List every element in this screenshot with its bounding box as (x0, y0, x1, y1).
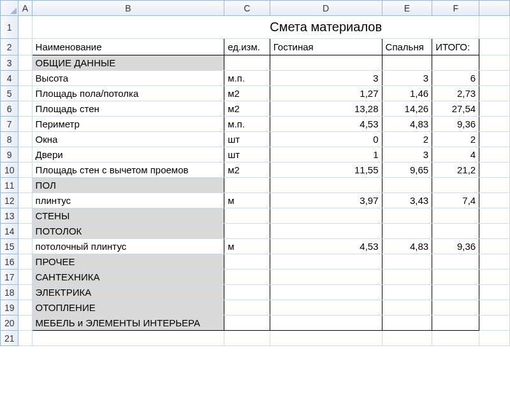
cell-G20[interactable] (479, 315, 510, 331)
cell-D2[interactable]: Гостиная (270, 39, 382, 55)
cell-C3[interactable] (224, 55, 270, 71)
cell-E5[interactable]: 1,46 (382, 86, 432, 101)
cell-F18[interactable] (432, 285, 479, 300)
select-all-corner[interactable] (1, 1, 18, 16)
cell-B15[interactable]: потолочный плинтус (32, 239, 224, 254)
cell-B13[interactable]: СТЕНЫ (32, 208, 224, 224)
cell-D16[interactable] (270, 254, 382, 270)
cell-F16[interactable] (432, 254, 479, 270)
cell-B4[interactable]: Высота (32, 71, 224, 86)
cell-F13[interactable] (432, 208, 479, 224)
cell-A18[interactable] (18, 285, 32, 300)
cell-A10[interactable] (18, 163, 32, 178)
cell-C14[interactable] (224, 224, 270, 239)
cell-C5[interactable]: м2 (224, 86, 270, 101)
cell-B1[interactable] (32, 16, 224, 39)
cell-D18[interactable] (270, 285, 382, 300)
cell-A2[interactable] (18, 39, 32, 55)
cell-F10[interactable]: 21,2 (432, 163, 479, 178)
cell-E19[interactable] (382, 300, 432, 315)
cell-G2[interactable] (479, 39, 510, 55)
cell-D15[interactable]: 4,53 (270, 239, 382, 254)
cell-C15[interactable]: м (224, 239, 270, 254)
cell-C1-title[interactable] (224, 16, 270, 39)
cell-E14[interactable] (382, 224, 432, 239)
cell-F7[interactable]: 9,36 (432, 117, 479, 132)
cell-G3[interactable] (479, 55, 510, 71)
row-header-1[interactable]: 1 (1, 16, 18, 39)
cell-F5[interactable]: 2,73 (432, 86, 479, 101)
cell-G21[interactable] (479, 331, 510, 346)
cell-D9[interactable]: 1 (270, 147, 382, 163)
cell-A11[interactable] (18, 178, 32, 193)
cell-B16[interactable]: ПРОЧЕЕ (32, 254, 224, 270)
cell-D7[interactable]: 4,53 (270, 117, 382, 132)
cell-C9[interactable]: шт (224, 147, 270, 163)
row-header-9[interactable]: 9 (1, 147, 18, 163)
cell-D19[interactable] (270, 300, 382, 315)
cell-E4[interactable]: 3 (382, 71, 432, 86)
cell-C11[interactable] (224, 178, 270, 193)
col-header-F[interactable]: F (432, 1, 479, 16)
row-header-15[interactable]: 15 (1, 239, 18, 254)
cell-D21[interactable] (270, 331, 382, 346)
cell-F14[interactable] (432, 224, 479, 239)
cell-C16[interactable] (224, 254, 270, 270)
col-header-extra[interactable] (479, 1, 510, 16)
cell-D12[interactable]: 3,97 (270, 193, 382, 208)
cell-F2[interactable]: ИТОГО: (432, 39, 479, 55)
cell-F9[interactable]: 4 (432, 147, 479, 163)
cell-C13[interactable] (224, 208, 270, 224)
cell-G16[interactable] (479, 254, 510, 270)
cell-D8[interactable]: 0 (270, 132, 382, 147)
cell-E17[interactable] (382, 270, 432, 285)
cell-B19[interactable]: ОТОПЛЕНИЕ (32, 300, 224, 315)
cell-A12[interactable] (18, 193, 32, 208)
row-header-18[interactable]: 18 (1, 285, 18, 300)
cell-B8[interactable]: Окна (32, 132, 224, 147)
cell-B11[interactable]: ПОЛ (32, 178, 224, 193)
row-header-13[interactable]: 13 (1, 208, 18, 224)
cell-C10[interactable]: м2 (224, 163, 270, 178)
cell-G6[interactable] (479, 101, 510, 117)
row-header-17[interactable]: 17 (1, 270, 18, 285)
cell-B12[interactable]: плинтус (32, 193, 224, 208)
cell-G7[interactable] (479, 117, 510, 132)
cell-E9[interactable]: 3 (382, 147, 432, 163)
row-header-6[interactable]: 6 (1, 101, 18, 117)
row-header-11[interactable]: 11 (1, 178, 18, 193)
col-header-B[interactable]: B (32, 1, 224, 16)
cell-C20[interactable] (224, 315, 270, 331)
cell-C18[interactable] (224, 285, 270, 300)
cell-C19[interactable] (224, 300, 270, 315)
cell-A19[interactable] (18, 300, 32, 315)
cell-A4[interactable] (18, 71, 32, 86)
cell-A3[interactable] (18, 55, 32, 71)
cell-D3[interactable] (270, 55, 382, 71)
cell-G8[interactable] (479, 132, 510, 147)
cell-F12[interactable]: 7,4 (432, 193, 479, 208)
cell-D5[interactable]: 1,27 (270, 86, 382, 101)
cell-E16[interactable] (382, 254, 432, 270)
cell-E3[interactable] (382, 55, 432, 71)
cell-B10[interactable]: Площадь стен с вычетом проемов (32, 163, 224, 178)
cell-B3[interactable]: ОБЩИЕ ДАННЫЕ (32, 55, 224, 71)
col-header-D[interactable]: D (270, 1, 382, 16)
cell-D20[interactable] (270, 315, 382, 331)
cell-B9[interactable]: Двери (32, 147, 224, 163)
cell-B6[interactable]: Площадь стен (32, 101, 224, 117)
cell-F17[interactable] (432, 270, 479, 285)
cell-G15[interactable] (479, 239, 510, 254)
cell-F19[interactable] (432, 300, 479, 315)
cell-A20[interactable] (18, 315, 32, 331)
col-header-A[interactable]: A (18, 1, 32, 16)
cell-E12[interactable]: 3,43 (382, 193, 432, 208)
row-header-7[interactable]: 7 (1, 117, 18, 132)
cell-C2[interactable]: ед.изм. (224, 39, 270, 55)
cell-E10[interactable]: 9,65 (382, 163, 432, 178)
cell-C17[interactable] (224, 270, 270, 285)
cell-B5[interactable]: Площадь пола/потолка (32, 86, 224, 101)
row-header-21[interactable]: 21 (1, 331, 18, 346)
cell-B7[interactable]: Периметр (32, 117, 224, 132)
cell-E7[interactable]: 4,83 (382, 117, 432, 132)
